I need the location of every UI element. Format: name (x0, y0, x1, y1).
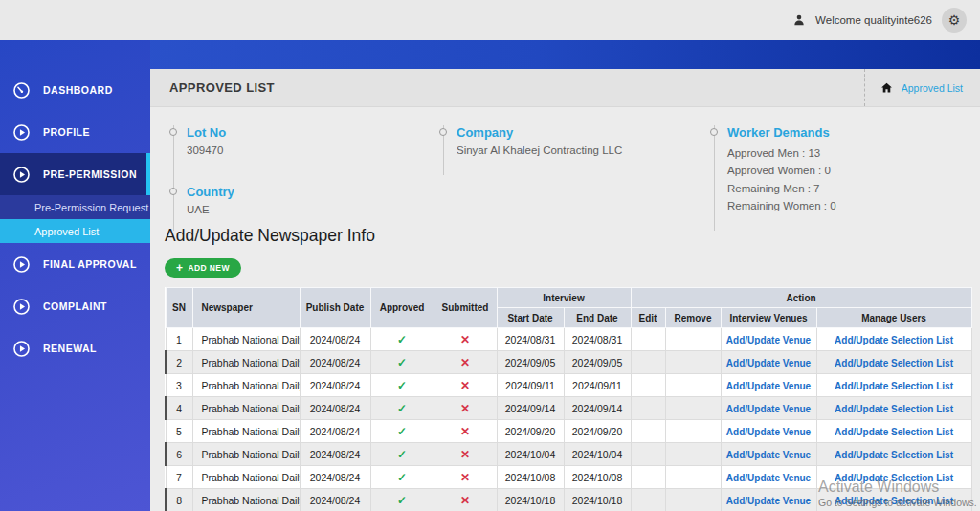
cell-remove (665, 328, 721, 351)
col-header-edit: Edit (631, 308, 665, 328)
col-header-interview: Interview (497, 288, 631, 308)
col-header-submitted: Submitted (434, 288, 497, 328)
table-header: SN Newspaper Publish Date Approved Submi… (166, 288, 971, 328)
add-update-selection-list-link[interactable]: Add/Update Selection List (835, 404, 953, 414)
cell-edit (631, 443, 665, 466)
add-update-selection-list-link[interactable]: Add/Update Selection List (835, 473, 953, 483)
sidebar-subitem-pre-permission-request[interactable]: Pre-Permission Request (0, 195, 150, 219)
newspaper-table-body: 1 Prabhab National Daily 2024/08/24 ✓ ✕ … (166, 328, 971, 511)
cell-remove (665, 351, 721, 374)
cell-newspaper: Prabhab National Daily (192, 328, 300, 351)
cell-sn: 3 (166, 374, 192, 397)
cell-start-date: 2024/09/11 (497, 374, 564, 397)
sidebar-subitem-approved-list[interactable]: Approved List (0, 219, 150, 243)
sidebar-item-label: DASHBOARD (43, 84, 113, 96)
cell-end-date: 2024/09/05 (564, 351, 631, 374)
add-update-selection-list-link[interactable]: Add/Update Selection List (835, 427, 953, 437)
settings-button[interactable]: ⚙ (942, 8, 967, 33)
approved-check-icon: ✓ (370, 397, 434, 420)
approved-check-icon: ✓ (370, 489, 434, 511)
add-update-venue-link[interactable]: Add/Update Venue (726, 450, 811, 460)
approved-check-icon: ✓ (370, 420, 434, 443)
approved-check-icon: ✓ (370, 328, 434, 351)
add-update-venue-link[interactable]: Add/Update Venue (726, 427, 811, 437)
submitted-cross-icon: ✕ (434, 420, 497, 443)
info-value: Remaining Women : 0 (727, 197, 953, 214)
cell-start-date: 2024/08/31 (497, 328, 564, 351)
add-new-button[interactable]: + ADD NEW (165, 258, 241, 278)
table-row: 5 Prabhab National Daily 2024/08/24 ✓ ✕ … (166, 420, 971, 443)
cell-start-date: 2024/10/04 (497, 443, 564, 466)
submitted-cross-icon: ✕ (434, 374, 497, 397)
add-update-venue-link[interactable]: Add/Update Venue (726, 358, 811, 368)
cell-newspaper: Prabhab National Daily (192, 489, 300, 511)
cell-end-date: 2024/10/04 (564, 443, 631, 466)
add-update-selection-list-link[interactable]: Add/Update Selection List (835, 335, 953, 345)
info-value: 309470 (187, 144, 412, 156)
cell-newspaper: Prabhab National Daily (192, 466, 300, 489)
user-icon (792, 13, 806, 27)
play-circle-icon (12, 298, 31, 316)
add-update-venue-link[interactable]: Add/Update Venue (726, 381, 811, 391)
sidebar-item-renewal[interactable]: RENEWAL (0, 327, 150, 369)
table-row: 7 Prabhab National Daily 2024/08/24 ✓ ✕ … (166, 466, 971, 489)
timeline-dot-icon (169, 128, 177, 136)
cell-newspaper: Prabhab National Daily (192, 420, 300, 443)
sidebar-menu: DASHBOARD PROFILE PRE-PERMISSION Pre-Per… (0, 40, 150, 369)
section-heading: Add/Update Newspaper Info (165, 226, 375, 246)
sidebar-item-pre-permission[interactable]: PRE-PERMISSION (0, 153, 150, 195)
play-circle-icon (12, 340, 31, 358)
sidebar-item-complaint[interactable]: COMPLAINT (0, 285, 150, 327)
submitted-cross-icon: ✕ (434, 489, 497, 511)
cell-end-date: 2024/10/08 (564, 466, 631, 489)
sidebar-item-label: PROFILE (43, 126, 90, 138)
home-icon[interactable] (880, 81, 893, 94)
gear-icon: ⚙ (948, 12, 961, 28)
submitted-cross-icon: ✕ (434, 328, 497, 351)
sidebar: DASHBOARD PROFILE PRE-PERMISSION Pre-Per… (0, 40, 150, 511)
table-row: 8 Prabhab National Daily 2024/08/24 ✓ ✕ … (166, 489, 971, 511)
add-update-selection-list-link[interactable]: Add/Update Selection List (835, 450, 953, 460)
cell-publish-date: 2024/08/24 (300, 420, 370, 443)
play-circle-icon (12, 256, 31, 274)
sidebar-item-label: RENEWAL (43, 343, 97, 354)
cell-end-date: 2024/08/31 (564, 328, 631, 351)
submitted-cross-icon: ✕ (434, 466, 497, 489)
add-update-venue-link[interactable]: Add/Update Venue (726, 473, 811, 483)
cell-edit (631, 420, 665, 443)
sidebar-item-profile[interactable]: PROFILE (0, 111, 150, 153)
add-update-selection-list-link[interactable]: Add/Update Selection List (835, 496, 953, 506)
add-update-venue-link[interactable]: Add/Update Venue (726, 404, 811, 414)
approved-check-icon: ✓ (370, 374, 434, 397)
add-update-venue-link[interactable]: Add/Update Venue (726, 335, 811, 345)
add-update-selection-list-link[interactable]: Add/Update Selection List (835, 381, 953, 391)
cell-newspaper: Prabhab National Daily (192, 397, 300, 420)
cell-end-date: 2024/09/11 (564, 374, 631, 397)
sidebar-item-final-approval[interactable]: FINAL APPROVAL (0, 243, 150, 285)
table-row: 3 Prabhab National Daily 2024/08/24 ✓ ✕ … (166, 374, 971, 397)
cell-sn: 2 (166, 351, 192, 374)
info-label: Worker Demands (727, 125, 953, 140)
info-value: UAE (187, 204, 412, 215)
cell-edit (631, 374, 665, 397)
add-update-venue-link[interactable]: Add/Update Venue (726, 496, 811, 506)
cell-end-date: 2024/09/20 (564, 420, 631, 443)
info-value: Approved Women : 0 (727, 162, 953, 179)
cell-remove (665, 374, 721, 397)
add-update-selection-list-link[interactable]: Add/Update Selection List (835, 358, 953, 368)
cell-publish-date: 2024/08/24 (300, 374, 370, 397)
sidebar-subitem-label: Approved List (34, 226, 99, 237)
cell-remove (665, 420, 721, 443)
sidebar-item-dashboard[interactable]: DASHBOARD (0, 69, 150, 111)
info-country: Country UAE (174, 171, 412, 231)
col-header-manage-users: Manage Users (816, 308, 971, 328)
info-value: Approved Men : 13 (727, 144, 953, 162)
cell-sn: 7 (166, 466, 192, 489)
breadcrumb: Approved List (864, 69, 980, 106)
breadcrumb-link[interactable]: Approved List (902, 82, 963, 94)
info-label: Country (187, 185, 412, 199)
sidebar-item-label: PRE-PERMISSION (43, 168, 137, 180)
col-header-remove: Remove (665, 308, 721, 328)
cell-sn: 6 (166, 443, 192, 466)
col-header-end-date: End Date (564, 308, 631, 328)
